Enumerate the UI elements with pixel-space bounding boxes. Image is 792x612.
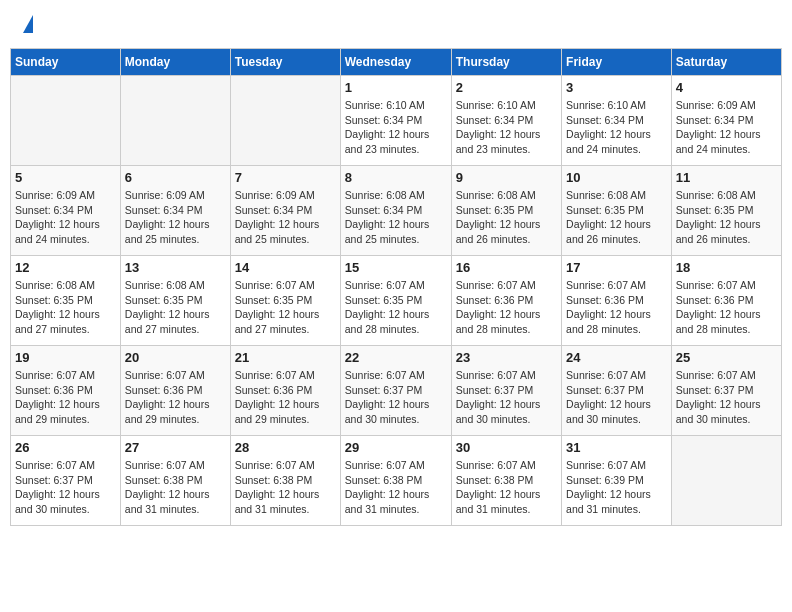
- calendar-cell: 13Sunrise: 6:08 AMSunset: 6:35 PMDayligh…: [120, 256, 230, 346]
- day-number: 27: [125, 440, 226, 455]
- day-number: 26: [15, 440, 116, 455]
- calendar-cell: 12Sunrise: 6:08 AMSunset: 6:35 PMDayligh…: [11, 256, 121, 346]
- calendar-cell: 28Sunrise: 6:07 AMSunset: 6:38 PMDayligh…: [230, 436, 340, 526]
- calendar-cell: 11Sunrise: 6:08 AMSunset: 6:35 PMDayligh…: [671, 166, 781, 256]
- day-info: Sunrise: 6:07 AMSunset: 6:39 PMDaylight:…: [566, 458, 667, 517]
- day-info: Sunrise: 6:07 AMSunset: 6:36 PMDaylight:…: [566, 278, 667, 337]
- logo-triangle-icon: [23, 15, 33, 33]
- calendar-cell: 14Sunrise: 6:07 AMSunset: 6:35 PMDayligh…: [230, 256, 340, 346]
- day-info: Sunrise: 6:07 AMSunset: 6:38 PMDaylight:…: [235, 458, 336, 517]
- logo: [20, 15, 33, 33]
- day-number: 3: [566, 80, 667, 95]
- calendar-cell: [11, 76, 121, 166]
- calendar-table: SundayMondayTuesdayWednesdayThursdayFrid…: [10, 48, 782, 526]
- calendar-week-4: 19Sunrise: 6:07 AMSunset: 6:36 PMDayligh…: [11, 346, 782, 436]
- day-info: Sunrise: 6:07 AMSunset: 6:38 PMDaylight:…: [125, 458, 226, 517]
- day-number: 2: [456, 80, 557, 95]
- day-info: Sunrise: 6:09 AMSunset: 6:34 PMDaylight:…: [15, 188, 116, 247]
- day-number: 11: [676, 170, 777, 185]
- day-info: Sunrise: 6:08 AMSunset: 6:35 PMDaylight:…: [125, 278, 226, 337]
- calendar-cell: 8Sunrise: 6:08 AMSunset: 6:34 PMDaylight…: [340, 166, 451, 256]
- calendar-cell: 21Sunrise: 6:07 AMSunset: 6:36 PMDayligh…: [230, 346, 340, 436]
- day-info: Sunrise: 6:09 AMSunset: 6:34 PMDaylight:…: [125, 188, 226, 247]
- calendar-cell: 27Sunrise: 6:07 AMSunset: 6:38 PMDayligh…: [120, 436, 230, 526]
- calendar-cell: 23Sunrise: 6:07 AMSunset: 6:37 PMDayligh…: [451, 346, 561, 436]
- day-info: Sunrise: 6:07 AMSunset: 6:37 PMDaylight:…: [456, 368, 557, 427]
- calendar-cell: 2Sunrise: 6:10 AMSunset: 6:34 PMDaylight…: [451, 76, 561, 166]
- calendar-cell: 26Sunrise: 6:07 AMSunset: 6:37 PMDayligh…: [11, 436, 121, 526]
- calendar-cell: 17Sunrise: 6:07 AMSunset: 6:36 PMDayligh…: [562, 256, 672, 346]
- day-number: 13: [125, 260, 226, 275]
- header-day-tuesday: Tuesday: [230, 49, 340, 76]
- day-info: Sunrise: 6:07 AMSunset: 6:36 PMDaylight:…: [456, 278, 557, 337]
- day-number: 14: [235, 260, 336, 275]
- day-number: 9: [456, 170, 557, 185]
- calendar-week-3: 12Sunrise: 6:08 AMSunset: 6:35 PMDayligh…: [11, 256, 782, 346]
- calendar-week-1: 1Sunrise: 6:10 AMSunset: 6:34 PMDaylight…: [11, 76, 782, 166]
- day-number: 22: [345, 350, 447, 365]
- day-number: 20: [125, 350, 226, 365]
- calendar-cell: 16Sunrise: 6:07 AMSunset: 6:36 PMDayligh…: [451, 256, 561, 346]
- day-number: 30: [456, 440, 557, 455]
- calendar-cell: 10Sunrise: 6:08 AMSunset: 6:35 PMDayligh…: [562, 166, 672, 256]
- header-day-saturday: Saturday: [671, 49, 781, 76]
- day-info: Sunrise: 6:08 AMSunset: 6:35 PMDaylight:…: [456, 188, 557, 247]
- day-number: 25: [676, 350, 777, 365]
- day-info: Sunrise: 6:07 AMSunset: 6:37 PMDaylight:…: [15, 458, 116, 517]
- day-info: Sunrise: 6:07 AMSunset: 6:36 PMDaylight:…: [15, 368, 116, 427]
- day-number: 6: [125, 170, 226, 185]
- day-number: 10: [566, 170, 667, 185]
- day-info: Sunrise: 6:07 AMSunset: 6:36 PMDaylight:…: [125, 368, 226, 427]
- day-info: Sunrise: 6:08 AMSunset: 6:35 PMDaylight:…: [15, 278, 116, 337]
- day-number: 29: [345, 440, 447, 455]
- header-row: SundayMondayTuesdayWednesdayThursdayFrid…: [11, 49, 782, 76]
- calendar-cell: 18Sunrise: 6:07 AMSunset: 6:36 PMDayligh…: [671, 256, 781, 346]
- calendar-cell: 4Sunrise: 6:09 AMSunset: 6:34 PMDaylight…: [671, 76, 781, 166]
- day-number: 8: [345, 170, 447, 185]
- calendar-cell: [120, 76, 230, 166]
- day-number: 5: [15, 170, 116, 185]
- day-number: 17: [566, 260, 667, 275]
- header-day-friday: Friday: [562, 49, 672, 76]
- day-info: Sunrise: 6:07 AMSunset: 6:36 PMDaylight:…: [676, 278, 777, 337]
- calendar-cell: 9Sunrise: 6:08 AMSunset: 6:35 PMDaylight…: [451, 166, 561, 256]
- calendar-cell: 6Sunrise: 6:09 AMSunset: 6:34 PMDaylight…: [120, 166, 230, 256]
- calendar-cell: 15Sunrise: 6:07 AMSunset: 6:35 PMDayligh…: [340, 256, 451, 346]
- day-info: Sunrise: 6:07 AMSunset: 6:37 PMDaylight:…: [676, 368, 777, 427]
- day-number: 19: [15, 350, 116, 365]
- calendar-cell: 7Sunrise: 6:09 AMSunset: 6:34 PMDaylight…: [230, 166, 340, 256]
- calendar-cell: 3Sunrise: 6:10 AMSunset: 6:34 PMDaylight…: [562, 76, 672, 166]
- day-number: 15: [345, 260, 447, 275]
- day-info: Sunrise: 6:08 AMSunset: 6:35 PMDaylight:…: [566, 188, 667, 247]
- day-number: 24: [566, 350, 667, 365]
- day-number: 12: [15, 260, 116, 275]
- day-info: Sunrise: 6:07 AMSunset: 6:38 PMDaylight:…: [456, 458, 557, 517]
- day-number: 1: [345, 80, 447, 95]
- header-day-sunday: Sunday: [11, 49, 121, 76]
- calendar-week-2: 5Sunrise: 6:09 AMSunset: 6:34 PMDaylight…: [11, 166, 782, 256]
- day-info: Sunrise: 6:08 AMSunset: 6:35 PMDaylight:…: [676, 188, 777, 247]
- day-number: 31: [566, 440, 667, 455]
- calendar-cell: 25Sunrise: 6:07 AMSunset: 6:37 PMDayligh…: [671, 346, 781, 436]
- day-info: Sunrise: 6:07 AMSunset: 6:37 PMDaylight:…: [566, 368, 667, 427]
- calendar-cell: 31Sunrise: 6:07 AMSunset: 6:39 PMDayligh…: [562, 436, 672, 526]
- calendar-cell: [671, 436, 781, 526]
- calendar-cell: 22Sunrise: 6:07 AMSunset: 6:37 PMDayligh…: [340, 346, 451, 436]
- day-info: Sunrise: 6:09 AMSunset: 6:34 PMDaylight:…: [676, 98, 777, 157]
- day-number: 23: [456, 350, 557, 365]
- day-info: Sunrise: 6:07 AMSunset: 6:35 PMDaylight:…: [235, 278, 336, 337]
- calendar-cell: 24Sunrise: 6:07 AMSunset: 6:37 PMDayligh…: [562, 346, 672, 436]
- day-info: Sunrise: 6:10 AMSunset: 6:34 PMDaylight:…: [566, 98, 667, 157]
- day-info: Sunrise: 6:10 AMSunset: 6:34 PMDaylight:…: [345, 98, 447, 157]
- calendar-week-5: 26Sunrise: 6:07 AMSunset: 6:37 PMDayligh…: [11, 436, 782, 526]
- header-day-thursday: Thursday: [451, 49, 561, 76]
- day-info: Sunrise: 6:07 AMSunset: 6:36 PMDaylight:…: [235, 368, 336, 427]
- day-number: 18: [676, 260, 777, 275]
- calendar-cell: 5Sunrise: 6:09 AMSunset: 6:34 PMDaylight…: [11, 166, 121, 256]
- day-number: 16: [456, 260, 557, 275]
- day-info: Sunrise: 6:07 AMSunset: 6:37 PMDaylight:…: [345, 368, 447, 427]
- day-number: 21: [235, 350, 336, 365]
- calendar-cell: 29Sunrise: 6:07 AMSunset: 6:38 PMDayligh…: [340, 436, 451, 526]
- day-info: Sunrise: 6:07 AMSunset: 6:35 PMDaylight:…: [345, 278, 447, 337]
- calendar-cell: 30Sunrise: 6:07 AMSunset: 6:38 PMDayligh…: [451, 436, 561, 526]
